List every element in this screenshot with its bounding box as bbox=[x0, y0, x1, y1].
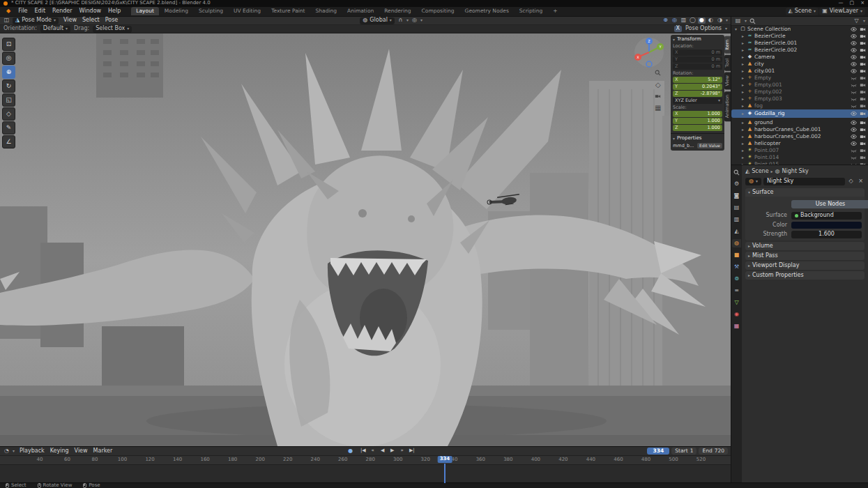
playhead-line[interactable] bbox=[444, 464, 446, 483]
shading-material-icon[interactable]: ◐ bbox=[707, 17, 715, 24]
disclosure-closed-icon[interactable]: ▸ bbox=[740, 76, 745, 81]
outliner-item-camera[interactable]: ▸◆Camera bbox=[731, 54, 868, 61]
workspace-tab-compositing[interactable]: Compositing bbox=[417, 7, 459, 15]
annotate-tool[interactable]: ✎ bbox=[2, 121, 15, 135]
move-tool[interactable]: ⊕ bbox=[2, 66, 15, 79]
section-custom-properties[interactable]: ▸Custom Properties bbox=[745, 271, 865, 280]
menu-render[interactable]: Render bbox=[49, 8, 75, 15]
x-axis-mirror-toggle[interactable]: X bbox=[674, 26, 682, 32]
outliner-item-fog[interactable]: ▸▲fog bbox=[731, 102, 868, 109]
show-gizmo-icon[interactable]: ⊕ bbox=[662, 17, 669, 24]
world-properties-tab[interactable]: ◍ bbox=[732, 239, 741, 247]
auto-keyframe-toggle[interactable]: ● bbox=[347, 448, 355, 455]
playback-jump-to-start-button[interactable]: |◀ bbox=[359, 448, 367, 454]
disable-in-renders-toggle[interactable] bbox=[860, 127, 866, 132]
breadcrumb-night-sky[interactable]: Night Sky bbox=[782, 169, 809, 175]
disclosure-closed-icon[interactable]: ▸ bbox=[740, 41, 745, 46]
workspace-tab-animation[interactable]: Animation bbox=[342, 7, 379, 15]
playback-next-keyframe-button[interactable]: » bbox=[398, 448, 406, 454]
hide-in-viewport-toggle[interactable] bbox=[851, 33, 857, 39]
view-layer-selector[interactable]: ▣ ViewLayer ▾ bbox=[819, 8, 865, 15]
hide-in-viewport-toggle[interactable] bbox=[851, 26, 857, 32]
use-nodes-button[interactable]: Use Nodes bbox=[791, 200, 868, 208]
zoom-view-icon[interactable] bbox=[655, 70, 661, 76]
timeline-ruler[interactable]: 4060801001201401601802002202402602803003… bbox=[0, 456, 731, 465]
world-color-swatch[interactable] bbox=[791, 222, 862, 229]
scene-selector[interactable]: ◭ Scene ▾ bbox=[786, 8, 819, 15]
scale-x-field[interactable]: X1.000 bbox=[673, 111, 722, 117]
timeline-menu-marker[interactable]: Marker bbox=[91, 448, 116, 455]
world-name-field[interactable]: Night Sky bbox=[763, 178, 845, 185]
transform-orientation-selector[interactable]: ◍ Global ▾ bbox=[360, 17, 395, 24]
disclosure-closed-icon[interactable]: ▸ bbox=[740, 104, 745, 109]
section-viewport-display[interactable]: ▸Viewport Display bbox=[745, 261, 865, 270]
rotation-y-field[interactable]: Y0.2043° bbox=[673, 84, 722, 90]
workspace-tab-rendering[interactable]: Rendering bbox=[379, 7, 416, 15]
disclosure-closed-icon[interactable]: ▸ bbox=[740, 128, 745, 132]
transform-tool[interactable]: ◇ bbox=[2, 107, 15, 121]
disable-in-renders-toggle[interactable] bbox=[860, 61, 866, 67]
snap-magnet-icon[interactable]: ∩ bbox=[397, 17, 404, 24]
viewport-menu-view[interactable]: View bbox=[61, 17, 79, 24]
transform-panel-header[interactable]: ▾ Transform bbox=[673, 37, 722, 43]
disclosure-closed-icon[interactable]: ▸ bbox=[740, 148, 745, 153]
frame-start-field[interactable]: Start 1 bbox=[671, 448, 696, 455]
outliner-item-empty[interactable]: ▸+Empty bbox=[731, 75, 868, 82]
constraints-properties-tab[interactable]: ≡ bbox=[732, 287, 741, 295]
rotate-tool[interactable]: ↻ bbox=[2, 79, 15, 93]
pose-options-dropdown[interactable]: Pose Options bbox=[685, 26, 722, 32]
workspace-tab-uv-editing[interactable]: UV Editing bbox=[229, 7, 266, 15]
outliner-item-beziercircle-002[interactable]: ▸≈BezierCircle.002 bbox=[731, 47, 868, 54]
timeline-editor-icon[interactable]: ◔ bbox=[3, 448, 10, 455]
tool-orientation-dropdown[interactable]: Default ▾ bbox=[40, 26, 70, 33]
frame-end-field[interactable]: End 720 bbox=[699, 448, 728, 455]
disclosure-closed-icon[interactable]: ▸ bbox=[740, 48, 745, 53]
properties-search-icon[interactable] bbox=[732, 168, 741, 176]
physics-properties-tab[interactable]: ⊚ bbox=[732, 275, 741, 283]
object-data-properties-tab[interactable]: ▽ bbox=[732, 298, 741, 307]
minimize-button[interactable]: — bbox=[839, 1, 844, 6]
editor-type-icon[interactable]: ◫ bbox=[3, 17, 10, 24]
menu-edit[interactable]: Edit bbox=[31, 8, 50, 15]
workspace-tab-scripting[interactable]: Scripting bbox=[515, 7, 547, 15]
disable-in-renders-toggle[interactable] bbox=[860, 155, 866, 160]
scale-z-field[interactable]: Z1.000 bbox=[673, 125, 722, 131]
disclosure-open-icon[interactable]: ▾ bbox=[733, 27, 738, 32]
hide-in-viewport-toggle[interactable] bbox=[851, 68, 857, 74]
outliner-filter-icon[interactable]: ▽ bbox=[853, 18, 860, 24]
timeline-menu-view[interactable]: View bbox=[72, 448, 91, 455]
workspace-tab-texture-paint[interactable]: Texture Paint bbox=[266, 7, 310, 15]
hide-in-viewport-toggle[interactable] bbox=[851, 89, 857, 95]
hide-in-viewport-toggle[interactable] bbox=[851, 47, 857, 53]
hide-in-viewport-toggle[interactable] bbox=[851, 82, 857, 88]
disable-in-renders-toggle[interactable] bbox=[860, 134, 866, 139]
measure-tool[interactable]: ∠ bbox=[2, 135, 15, 148]
workspace-tab-sculpting[interactable]: Sculpting bbox=[194, 7, 228, 15]
disclosure-closed-icon[interactable]: ▸ bbox=[740, 142, 745, 146]
disable-in-renders-toggle[interactable] bbox=[860, 82, 866, 88]
blender-menu-icon[interactable]: ◆ bbox=[3, 8, 14, 15]
outliner-item-beziercircle-001[interactable]: ▸≈BezierCircle.001 bbox=[731, 40, 868, 47]
disable-in-renders-toggle[interactable] bbox=[860, 96, 866, 102]
select-box-tool[interactable]: ⊡ bbox=[2, 38, 15, 51]
show-overlays-icon[interactable]: ◎ bbox=[671, 17, 678, 24]
maximize-button[interactable]: ▢ bbox=[850, 1, 855, 6]
disclosure-closed-icon[interactable]: ▸ bbox=[740, 135, 745, 139]
workspace-tab-[interactable]: + bbox=[548, 7, 562, 15]
toggle-projection-icon[interactable]: ▦ bbox=[655, 104, 661, 112]
scale-y-field[interactable]: Y1.000 bbox=[673, 118, 722, 124]
outliner-search-icon[interactable] bbox=[749, 18, 756, 24]
disable-in-renders-toggle[interactable] bbox=[860, 40, 866, 46]
hide-in-viewport-toggle[interactable] bbox=[851, 111, 857, 116]
disable-in-renders-toggle[interactable] bbox=[860, 120, 866, 125]
playback-jump-to-end-button[interactable]: ▶| bbox=[408, 448, 416, 454]
drag-mode-dropdown[interactable]: Select Box ▾ bbox=[93, 26, 132, 33]
rotation-mode-dropdown[interactable]: XYZ Euler ▾ bbox=[673, 98, 722, 104]
sidebar-tab-tool[interactable]: Tool bbox=[724, 55, 731, 71]
outliner-item-scene-collection[interactable]: ▾▢Scene Collection bbox=[731, 26, 868, 33]
material-properties-tab[interactable]: ◉ bbox=[732, 310, 741, 319]
disclosure-closed-icon[interactable]: ▸ bbox=[740, 62, 745, 67]
sidebar-tab-animation[interactable]: Animation bbox=[724, 91, 731, 121]
hide-in-viewport-toggle[interactable] bbox=[851, 120, 857, 125]
outliner-item-city[interactable]: ▸▲city bbox=[731, 61, 868, 68]
